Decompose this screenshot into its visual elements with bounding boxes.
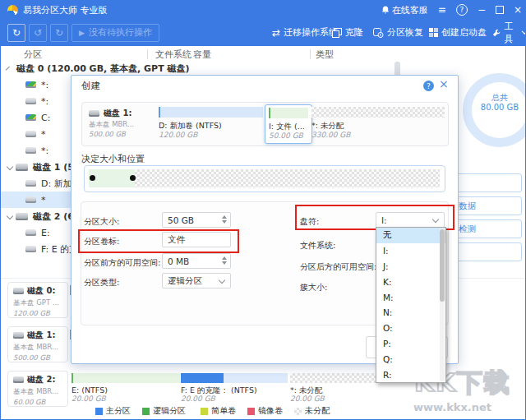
space-before-input[interactable]: 0 MB xyxy=(162,253,231,269)
column-capacity: 容量 xyxy=(193,48,211,61)
volume-icon xyxy=(25,114,36,121)
column-divider xyxy=(310,49,311,59)
maximize-button[interactable] xyxy=(496,6,504,14)
space-after-label: 分区后方的可用空间: xyxy=(300,261,376,273)
dropdown-item[interactable]: 无 xyxy=(376,228,445,243)
map-partition-i-selected[interactable]: I: 文件 (... 50.00 GB xyxy=(265,104,312,144)
space-before-label: 分区前方的可用空间: xyxy=(84,257,160,269)
partition-f-used xyxy=(181,373,224,383)
slider-unallocated-region xyxy=(135,169,440,187)
undo-button[interactable]: ↺ xyxy=(29,24,47,42)
migrate-os-button[interactable]: ⇄ 迁移操作系统 xyxy=(272,19,338,46)
disk-icon xyxy=(13,332,24,339)
column-partition: 分区 xyxy=(24,48,42,61)
right-panel-button-3[interactable]: 检测 xyxy=(451,219,522,238)
dropdown-item[interactable]: R: xyxy=(376,367,445,382)
right-panel-button-4[interactable] xyxy=(451,242,522,261)
legend-unallocated: 未分配 xyxy=(294,405,330,417)
create-dialog: 创建 ? × 磁盘 1: 基本盘 MBR... 500.00 GB D: 新加卷… xyxy=(71,75,459,364)
dropdown-item[interactable]: Q: xyxy=(376,351,445,367)
main-toolbar: ↻ ↺ ↻ ▶ 没有待执行操作 ⇄ 迁移操作系统 克隆 分区恢复 创建启动盘 工… xyxy=(1,19,526,46)
pending-operations-button[interactable]: ▶ 没有待执行操作 xyxy=(72,24,159,42)
legend-swatch xyxy=(95,408,103,415)
online-service-button[interactable]: 在线客服 xyxy=(381,4,428,16)
slider-handle-left[interactable] xyxy=(90,175,95,181)
watermark-url: www.kkx.net xyxy=(413,401,491,413)
recovery-icon xyxy=(373,28,384,38)
expander-icon xyxy=(7,213,13,219)
partition-size-label: 分区大小: xyxy=(84,216,119,228)
disk-0-card[interactable]: 磁盘 0: 基本盘 GPT ... 120.00 GB xyxy=(7,282,68,318)
dropdown-item[interactable]: K: xyxy=(376,274,445,289)
dialog-title: 创建 xyxy=(81,80,100,92)
refresh-button[interactable]: ↻ xyxy=(7,24,25,42)
partition-e-bar[interactable] xyxy=(72,373,180,383)
disk-icon xyxy=(16,213,28,220)
title-bar: 易我分区大师 专业版 在线客服 ≡ ? − × xyxy=(1,1,526,19)
play-icon: ▶ xyxy=(79,29,85,37)
tools-button[interactable]: 工具 xyxy=(492,19,526,46)
legend-logical: 逻辑分区 xyxy=(142,405,186,417)
legend-mirror: 镜像卷 xyxy=(247,405,283,417)
minimize-button[interactable]: − xyxy=(478,1,486,19)
bootdisk-icon xyxy=(429,28,438,37)
annotation-box-volume-label xyxy=(78,229,239,253)
dropdown-item[interactable]: O: xyxy=(376,321,445,336)
dropdown-item[interactable]: N: xyxy=(376,305,445,321)
column-type: 类型 xyxy=(316,48,334,61)
partition-size-input[interactable]: 50 GB xyxy=(162,212,231,228)
clone-button[interactable]: 克隆 xyxy=(332,19,363,46)
legend-swatch xyxy=(142,408,150,415)
size-slider[interactable] xyxy=(84,165,445,192)
cluster-size-label: 簇大小: xyxy=(300,282,327,293)
partition-e-label: E: (NTFS) xyxy=(72,385,108,395)
partition-type-label: 分区类型: xyxy=(84,277,119,288)
partition-recovery-button[interactable]: 分区恢复 xyxy=(373,19,423,46)
expander-icon xyxy=(6,67,10,71)
partition-f-bar[interactable] xyxy=(181,373,288,383)
redo-button[interactable]: ↻ xyxy=(50,24,68,42)
dialog-help-icon[interactable]: ? xyxy=(423,81,434,91)
tree-disk-0[interactable]: 磁盘 0 (120.00 GB, 基本盘, GPT 磁盘) xyxy=(1,60,149,76)
size-position-section-title: 决定大小和位置 xyxy=(81,153,145,165)
close-button[interactable]: × xyxy=(514,1,522,19)
map-partition-d-bar[interactable] xyxy=(159,107,263,118)
dropdown-scrollbar[interactable] xyxy=(440,228,445,381)
bell-icon xyxy=(381,6,390,15)
create-boot-disk-button[interactable]: 创建启动盘 xyxy=(429,19,487,46)
disk-icon xyxy=(89,110,99,117)
titlebar-help-button[interactable]: ? xyxy=(456,4,468,16)
volume-icon xyxy=(25,246,36,252)
disk-icon xyxy=(16,164,28,171)
dropdown-item[interactable]: M: xyxy=(376,289,445,305)
app-title: 易我分区大师 专业版 xyxy=(23,4,108,16)
spinner[interactable] xyxy=(222,256,227,265)
map-unallocated-bar[interactable] xyxy=(311,107,445,118)
dropdown-item[interactable]: J: xyxy=(376,259,445,275)
dropdown-item[interactable]: P: xyxy=(376,336,445,352)
disk-2-card[interactable]: 磁盘 2: 基本盘 MBR... 60.00 GB xyxy=(7,371,68,407)
scrollbar-thumb[interactable] xyxy=(440,229,445,302)
slider-handle-right[interactable] xyxy=(130,175,136,181)
right-panel-button-2[interactable]: 数据 xyxy=(451,196,522,215)
legend-simple: 简单卷 xyxy=(201,405,236,417)
spinner[interactable] xyxy=(222,215,227,224)
app-window: 易我分区大师 专业版 在线客服 ≡ ? − × ↻ ↺ ↻ ▶ 没有待执行操作 … xyxy=(0,0,526,420)
legend-swatch xyxy=(247,408,255,415)
legend-swatch xyxy=(294,408,302,415)
partition-type-select[interactable]: 逻辑分区 xyxy=(162,273,231,288)
dropdown-item[interactable]: I: xyxy=(376,243,445,259)
column-divider xyxy=(147,49,148,59)
dialog-close-icon[interactable]: × xyxy=(439,78,449,90)
right-panel-button-1[interactable] xyxy=(451,173,522,192)
wrench-icon xyxy=(492,28,501,38)
column-divider xyxy=(187,49,187,59)
disk-1-card[interactable]: 磁盘 1: 基本盘 MBR... 500.00 GB xyxy=(7,326,68,362)
menu-icon[interactable]: ≡ xyxy=(438,1,446,19)
drive-letter-dropdown: 无 I: J: K: M: N: O: P: Q: R: xyxy=(376,227,446,383)
disk-icon xyxy=(13,288,24,294)
legend-primary: 主分区 xyxy=(95,405,131,417)
migrate-icon: ⇄ xyxy=(272,27,280,39)
app-logo-icon xyxy=(7,5,18,16)
legend-swatch xyxy=(201,408,208,415)
